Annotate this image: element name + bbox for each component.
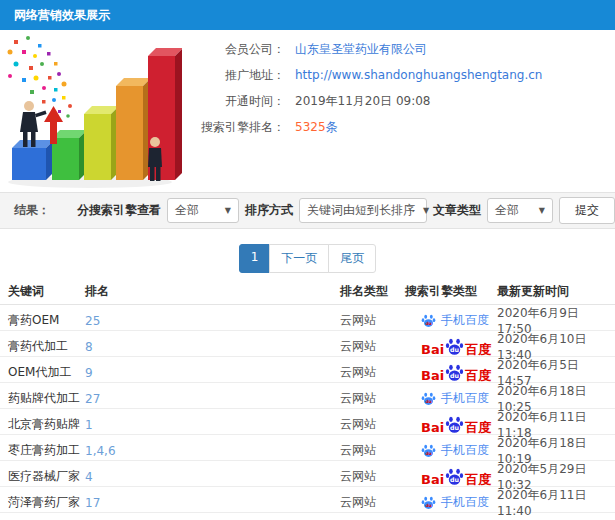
baidu-paw-icon: du <box>421 391 436 406</box>
pagination: 1 下一页 尾页 <box>0 244 615 273</box>
promo-url-link[interactable]: http://www.shandonghuangshengtang.cn <box>295 68 542 82</box>
rank-type-cell: 云网站 <box>340 312 405 329</box>
header-keyword: 关键词 <box>8 283 85 300</box>
table-header-row: 关键词 排名 排名类型 搜索引擎类型 最新更新时间 <box>0 278 615 305</box>
opened-time: 2019年11月20日 09:08 <box>295 93 430 110</box>
rank-link[interactable]: 17 <box>85 496 340 510</box>
rank-link[interactable]: 1,4,6 <box>85 444 340 458</box>
svg-text:du: du <box>425 503 431 508</box>
info-section: 会员公司： 山东皇圣堂药业有限公司 推广地址： http://www.shand… <box>0 30 615 190</box>
baidu-logo-bai: Bai <box>421 421 444 434</box>
svg-text:du: du <box>425 451 431 456</box>
baidu-paw-icon: du <box>445 363 464 382</box>
keyword-rank-table: 关键词 排名 排名类型 搜索引擎类型 最新更新时间 膏药OEM 25 云网站 d… <box>0 278 615 513</box>
svg-text:du: du <box>450 476 459 483</box>
baidu-paw-icon: du <box>421 313 436 328</box>
svg-text:du: du <box>450 424 459 431</box>
engine-cell: Bai du 百度 <box>405 363 497 382</box>
chevron-down-icon: ▼ <box>217 206 231 215</box>
table-row: 膏药OEM 25 云网站 du 手机百度 2020年6月9日 17:50 <box>0 305 615 331</box>
mobile-baidu-label: 手机百度 <box>441 442 489 459</box>
svg-text:du: du <box>425 399 431 404</box>
table-row: 菏泽膏药厂家 17 云网站 du 手机百度 2020年6月11日 11:40 <box>0 487 615 513</box>
rank-type-cell: 云网站 <box>340 338 405 355</box>
article-type-value: 全部 <box>495 202 519 219</box>
mobile-baidu-label: 手机百度 <box>441 312 489 329</box>
baidu-logo: Bai du 百度 <box>421 415 491 434</box>
result-label: 结果： <box>14 202 50 219</box>
baidu-logo: Bai du 百度 <box>421 337 491 356</box>
rank-link[interactable]: 27 <box>85 392 340 406</box>
sort-select[interactable]: 关键词由短到长排序 ▼ <box>299 198 427 223</box>
mobile-engine: du 手机百度 <box>421 390 489 407</box>
engine-cell: du 手机百度 <box>405 442 497 459</box>
url-label: 推广地址： <box>183 67 285 84</box>
keyword-cell: 膏药代加工 <box>8 338 85 355</box>
rank-link[interactable]: 4 <box>85 470 340 484</box>
baidu-logo: Bai du 百度 <box>421 467 491 486</box>
rank-type-cell: 云网站 <box>340 364 405 381</box>
rank-type-cell: 云网站 <box>340 390 405 407</box>
header-rank-type: 排名类型 <box>340 283 405 300</box>
mobile-baidu-label: 手机百度 <box>441 494 489 511</box>
table-row: OEM代加工 9 云网站 Bai du 百度 2020年6月5日 14:57 <box>0 357 615 383</box>
baidu-paw-icon: du <box>421 495 436 510</box>
keyword-cell: 枣庄膏药加工 <box>8 442 85 459</box>
keyword-cell: 菏泽膏药厂家 <box>8 494 85 511</box>
baidu-paw-icon: du <box>445 467 464 486</box>
header-bar: 网络营销效果展示 <box>0 0 615 30</box>
baidu-logo-bai: Bai <box>421 369 444 382</box>
mobile-engine: du 手机百度 <box>421 494 489 511</box>
page-1-button[interactable]: 1 <box>239 244 271 273</box>
rank-type-cell: 云网站 <box>340 416 405 433</box>
info-row-url: 推广地址： http://www.shandonghuangshengtang.… <box>183 62 613 88</box>
rank-link[interactable]: 8 <box>85 340 340 354</box>
engine-cell: du 手机百度 <box>405 390 497 407</box>
filter-bar: 结果： 分搜索引擎查看 全部 ▼ 排序方式 关键词由短到长排序 ▼ 文章类型 全… <box>0 192 615 229</box>
rank-link[interactable]: 1 <box>85 418 340 432</box>
header-updated: 最新更新时间 <box>497 283 615 300</box>
last-page-button[interactable]: 尾页 <box>328 244 376 273</box>
info-row-rank-count: 搜索引擎排名： 5325条 <box>183 114 613 140</box>
article-type-select[interactable]: 全部 ▼ <box>487 198 553 223</box>
keyword-cell: 药贴牌代加工 <box>8 390 85 407</box>
chevron-down-icon: ▼ <box>415 206 429 215</box>
rank-link[interactable]: 25 <box>85 314 340 328</box>
table-body: 膏药OEM 25 云网站 du 手机百度 2020年6月9日 17:50 膏药代… <box>0 305 615 513</box>
svg-text:du: du <box>450 372 459 379</box>
engine-cell: du 手机百度 <box>405 494 497 511</box>
engine-cell: Bai du 百度 <box>405 467 497 486</box>
info-row-company: 会员公司： 山东皇圣堂药业有限公司 <box>183 36 613 62</box>
engine-filter-label: 分搜索引擎查看 <box>77 202 161 219</box>
table-row: 医疗器械厂家 4 云网站 Bai du 百度 2020年5月29日 10:32 <box>0 461 615 487</box>
chevron-down-icon: ▼ <box>531 206 545 215</box>
engine-select-value: 全部 <box>175 202 199 219</box>
baidu-logo-bai: Bai <box>421 473 444 486</box>
rank-count-unit[interactable]: 条 <box>326 120 338 134</box>
engine-cell: Bai du 百度 <box>405 337 497 356</box>
baidu-paw-icon: du <box>445 337 464 356</box>
submit-button[interactable]: 提交 <box>559 197 615 224</box>
header-rank: 排名 <box>85 283 340 300</box>
sort-select-value: 关键词由短到长排序 <box>307 202 415 219</box>
confetti-dots <box>8 36 73 118</box>
company-link[interactable]: 山东皇圣堂药业有限公司 <box>295 41 427 58</box>
header-engine-type: 搜索引擎类型 <box>405 283 497 300</box>
rank-count-label: 搜索引擎排名： <box>183 119 285 136</box>
page-title: 网络营销效果展示 <box>14 7 110 24</box>
article-type-label: 文章类型 <box>433 202 481 219</box>
table-row: 北京膏药贴牌 1 云网站 Bai du 百度 2020年6月11日 11:18 <box>0 409 615 435</box>
rank-link[interactable]: 9 <box>85 366 340 380</box>
table-row: 枣庄膏药加工 1,4,6 云网站 du 手机百度 2020年6月18日 10:1… <box>0 435 615 461</box>
baidu-logo: Bai du 百度 <box>421 363 491 382</box>
keyword-cell: 膏药OEM <box>8 312 85 329</box>
baidu-paw-icon: du <box>421 443 436 458</box>
mobile-engine: du 手机百度 <box>421 312 489 329</box>
engine-cell: du 手机百度 <box>405 312 497 329</box>
rank-type-cell: 云网站 <box>340 494 405 511</box>
baidu-logo-cn: 百度 <box>465 421 491 434</box>
opened-label: 开通时间： <box>183 93 285 110</box>
engine-select[interactable]: 全部 ▼ <box>167 198 239 223</box>
next-page-button[interactable]: 下一页 <box>269 244 329 273</box>
company-info: 会员公司： 山东皇圣堂药业有限公司 推广地址： http://www.shand… <box>183 36 613 140</box>
